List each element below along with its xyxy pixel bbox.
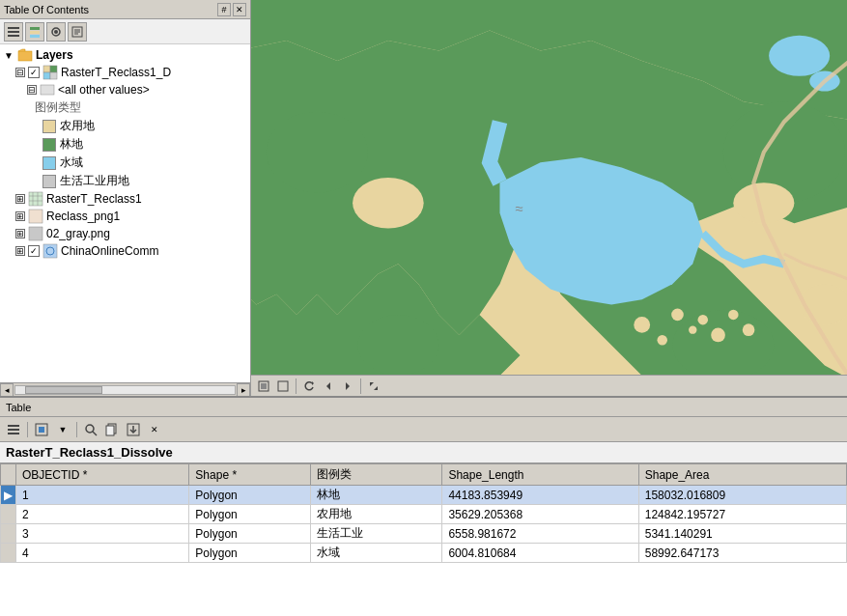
table-layer-name: RasterT_Reclass1_Dissolve [0, 442, 847, 463]
table-titlebar: Table [0, 398, 847, 417]
toc-hscrollbar[interactable]: ◂ ▸ [0, 382, 250, 396]
layer-png1-expand[interactable]: ⊞ [15, 211, 25, 221]
table-delete-button[interactable]: ✕ [145, 420, 164, 439]
table-options-button[interactable] [4, 420, 23, 439]
map-refresh-button[interactable] [300, 378, 318, 395]
table-row[interactable]: 3 Polygon 生活工业 6558.981672 5341.140291 [1, 524, 847, 544]
table-zoom-button[interactable] [81, 420, 100, 439]
layer-raster-reclass1[interactable]: ⊞ RasterT_Reclass1 [0, 190, 250, 208]
svg-point-40 [711, 328, 725, 343]
svg-point-39 [698, 315, 709, 325]
layer-legend-type[interactable]: 图例类型 [0, 98, 250, 117]
layers-section-header[interactable]: ▼ Layers [0, 46, 250, 64]
layer-reclass-png1[interactable]: ⊞ Reclass_png1 [0, 208, 250, 225]
svg-rect-48 [278, 381, 288, 391]
toc-pin-button[interactable]: # [217, 3, 231, 16]
cell-legend-3: 生活工业 [311, 524, 442, 544]
hscroll-left-button[interactable]: ◂ [0, 383, 14, 397]
china-online-label: ChinaOnlineComm [61, 244, 158, 258]
toc-toolbar [0, 19, 250, 44]
hscroll-thumb[interactable] [25, 386, 102, 394]
table-toolbar-sep2 [76, 422, 77, 437]
layer-water[interactable]: 水域 [0, 154, 250, 172]
toc-options-icon[interactable] [46, 22, 66, 42]
svg-rect-17 [41, 85, 54, 95]
layer-farmland[interactable]: 农用地 [0, 117, 250, 135]
layer-gray-expand[interactable]: ⊞ [15, 229, 25, 238]
table-row[interactable]: 2 Polygon 农用地 35629.205368 124842.195727 [1, 505, 847, 524]
col-legend[interactable]: 图例类 [311, 464, 442, 486]
col-objectid[interactable]: OBJECTID * [16, 464, 189, 486]
svg-point-41 [728, 310, 739, 321]
cell-oid-1: 1 [16, 486, 189, 505]
table-copy-button[interactable] [102, 420, 122, 439]
table-of-contents: Table Of Contents # ✕ [0, 0, 251, 396]
svg-point-28 [267, 112, 368, 193]
cell-shape-3: Polygon [189, 524, 311, 544]
col-shape-area[interactable]: Shape_Area [638, 464, 846, 486]
layers-label: Layers [36, 48, 73, 62]
cell-legend-1: 林地 [311, 486, 442, 505]
map-nav2-button[interactable] [274, 378, 292, 395]
layer-forest[interactable]: 林地 [0, 135, 250, 154]
svg-rect-12 [18, 51, 32, 61]
cell-shape-1: Polygon [189, 486, 311, 505]
cell-legend-4: 水域 [311, 544, 442, 563]
svg-point-31 [357, 315, 438, 376]
svg-rect-47 [261, 383, 267, 389]
table-clear-button[interactable]: ▼ [53, 420, 72, 439]
col-shape[interactable]: Shape * [189, 464, 311, 486]
layer-checkbox[interactable] [28, 67, 40, 78]
data-table[interactable]: OBJECTID * Shape * 图例类 Shape_Length Shap… [0, 463, 847, 616]
layer-raster1-expand[interactable]: ⊞ [15, 194, 25, 204]
table-row[interactable]: 4 Polygon 水域 6004.810684 58992.647173 [1, 544, 847, 563]
map-canvas[interactable]: ≈ [251, 0, 847, 396]
cell-area-2: 124842.195727 [638, 505, 846, 524]
row-selector-2[interactable] [1, 505, 16, 524]
table-panel: Table ▼ ✕ RasterT_Rec [0, 396, 847, 616]
hscroll-right-button[interactable]: ▸ [237, 383, 250, 397]
online-map-icon [42, 243, 58, 259]
china-layer-checkbox[interactable] [28, 245, 40, 257]
map-forward-button[interactable] [339, 378, 356, 395]
row-selector-3[interactable] [1, 524, 16, 544]
table-select-button[interactable] [32, 420, 51, 439]
svg-rect-54 [8, 425, 19, 427]
table-row[interactable]: ▶ 1 Polygon 林地 44183.853949 158032.01680… [1, 486, 847, 505]
svg-point-42 [743, 323, 755, 336]
water-swatch [42, 156, 56, 170]
all-other-expand[interactable]: ⊟ [27, 85, 37, 95]
toc-layers-icon[interactable] [25, 22, 44, 42]
cell-length-3: 6558.981672 [442, 524, 638, 544]
cell-area-1: 158032.016809 [638, 486, 846, 505]
layer-china-online[interactable]: ⊞ ChinaOnlineComm [0, 242, 250, 260]
svg-point-36 [657, 335, 667, 346]
cell-oid-4: 4 [16, 544, 189, 563]
toc-close-button[interactable]: ✕ [233, 3, 246, 16]
industrial-swatch [42, 175, 56, 188]
cell-area-4: 58992.647173 [638, 544, 846, 563]
svg-point-35 [634, 317, 650, 333]
col-shape-length[interactable]: Shape_Length [442, 464, 638, 486]
layer-raster-reclass1-d[interactable]: ⊟ RasterT_Reclass1_D [0, 64, 250, 81]
map-expand-button[interactable] [365, 378, 382, 395]
toc-list-icon[interactable] [4, 22, 23, 42]
layer-02-gray[interactable]: ⊞ 02_gray.png [0, 225, 250, 242]
industrial-label: 生活工业用地 [60, 173, 129, 189]
svg-marker-52 [370, 382, 374, 386]
toc-source-icon[interactable] [68, 22, 87, 42]
cell-shape-4: Polygon [189, 544, 311, 563]
svg-point-59 [86, 425, 94, 433]
layer-all-other-values[interactable]: ⊟ <all other values> [0, 81, 250, 98]
layer-industrial[interactable]: 生活工业用地 [0, 172, 250, 190]
table-title: Table [6, 402, 31, 413]
row-selector-1[interactable]: ▶ [1, 486, 16, 505]
table-export-button[interactable] [124, 420, 143, 439]
svg-text:≈: ≈ [515, 201, 522, 216]
layer-china-expand[interactable]: ⊞ [15, 246, 25, 256]
layer-expand-icon[interactable]: ⊟ [15, 68, 25, 77]
map-nav1-button[interactable] [255, 378, 272, 395]
row-selector-4[interactable] [1, 544, 16, 563]
map-back-button[interactable] [320, 378, 337, 395]
toolbar-separator-2 [360, 378, 361, 394]
